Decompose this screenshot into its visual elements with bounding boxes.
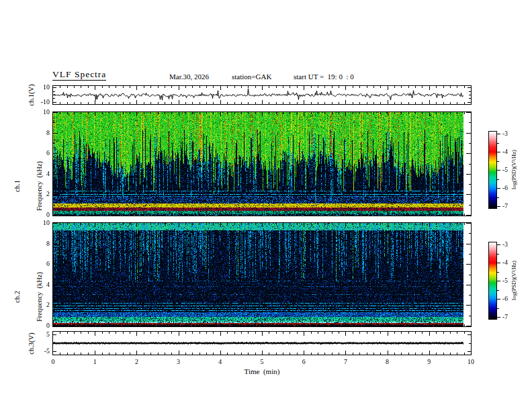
x-minor-tick xyxy=(185,332,186,334)
x-minor-tick xyxy=(353,112,353,114)
x-minor-tick xyxy=(213,86,214,88)
x-major-tick xyxy=(179,100,179,104)
y-tick xyxy=(53,143,55,144)
x-minor-tick xyxy=(185,102,186,104)
x-minor-tick xyxy=(200,214,200,216)
y-tick xyxy=(53,184,55,185)
x-minor-tick xyxy=(436,102,437,104)
vlf-spectra-screen: VLF Spectra Mar.30, 2026 station=GAK sta… xyxy=(0,0,532,411)
x-minor-tick xyxy=(165,353,165,355)
x-minor-tick xyxy=(373,332,374,334)
x-minor-tick xyxy=(324,112,325,114)
x-major-tick xyxy=(429,86,430,90)
x-minor-tick xyxy=(248,324,249,326)
x-minor-tick xyxy=(401,223,402,225)
x-minor-tick xyxy=(109,102,109,104)
y-tick xyxy=(53,98,55,99)
y-tick xyxy=(53,343,55,344)
x-minor-tick xyxy=(241,214,242,216)
x-major-tick xyxy=(388,322,388,326)
x-minor-tick xyxy=(130,112,130,114)
x-minor-tick xyxy=(422,353,423,355)
x-minor-tick xyxy=(311,332,312,334)
x-minor-tick xyxy=(359,324,360,326)
x-minor-tick xyxy=(116,214,116,216)
x-minor-tick xyxy=(450,86,451,88)
x-minor-tick xyxy=(102,223,103,225)
x-minor-tick xyxy=(206,102,207,104)
x-major-tick xyxy=(136,212,137,216)
x-minor-tick xyxy=(255,102,256,104)
x-minor-tick xyxy=(213,112,214,114)
x-minor-tick xyxy=(353,324,353,326)
y-tick xyxy=(466,215,471,216)
x-tick-label: 1 xyxy=(85,358,105,365)
x-minor-tick xyxy=(130,102,130,104)
x-minor-tick xyxy=(415,102,416,104)
x-minor-tick xyxy=(234,332,235,334)
x-minor-tick xyxy=(60,332,60,334)
x-minor-tick xyxy=(367,86,367,88)
x-minor-tick xyxy=(165,214,165,216)
x-minor-tick xyxy=(422,112,423,114)
x-minor-tick xyxy=(339,102,339,104)
x-minor-tick xyxy=(373,324,374,326)
x-minor-tick xyxy=(248,332,249,334)
colorbar-tick-label: -3 xyxy=(502,241,508,248)
x-minor-tick xyxy=(318,353,318,355)
x-minor-tick xyxy=(380,324,381,326)
x-minor-tick xyxy=(450,214,451,216)
x-minor-tick xyxy=(318,86,318,88)
x-minor-tick xyxy=(401,332,402,334)
x-minor-tick xyxy=(213,332,214,334)
ch1-waveform-canvas xyxy=(53,86,463,104)
x-minor-tick xyxy=(81,214,81,216)
x-tick-label: 7 xyxy=(335,358,355,365)
x-minor-tick xyxy=(464,223,465,225)
x-major-tick xyxy=(95,332,95,336)
x-major-tick xyxy=(95,223,95,227)
x-minor-tick xyxy=(436,324,437,326)
x-minor-tick xyxy=(213,214,214,216)
x-minor-tick xyxy=(81,86,81,88)
x-minor-tick xyxy=(88,223,89,225)
x-minor-tick xyxy=(290,112,290,114)
y-tick xyxy=(469,343,471,344)
x-minor-tick xyxy=(123,332,124,334)
x-minor-tick xyxy=(415,214,416,216)
colorbar-major-tick xyxy=(497,188,500,189)
x-minor-tick xyxy=(283,353,283,355)
x-minor-tick xyxy=(422,332,423,334)
x-minor-tick xyxy=(234,102,235,104)
x-minor-tick xyxy=(123,223,124,225)
x-minor-tick xyxy=(339,332,339,334)
y-tick xyxy=(53,133,58,134)
x-minor-tick xyxy=(60,324,60,326)
y-tick xyxy=(469,184,471,185)
x-minor-tick xyxy=(248,223,249,225)
x-minor-tick xyxy=(116,353,116,355)
y-tick xyxy=(469,95,471,95)
x-major-tick xyxy=(388,100,388,104)
x-minor-tick xyxy=(290,332,290,334)
x-minor-tick xyxy=(373,86,374,88)
x-minor-tick xyxy=(102,324,103,326)
y-tick xyxy=(53,305,58,306)
x-minor-tick xyxy=(200,223,200,225)
y-tick xyxy=(53,112,58,113)
x-minor-tick xyxy=(171,353,172,355)
x-minor-tick xyxy=(227,112,228,114)
x-minor-tick xyxy=(60,112,60,114)
y-tick xyxy=(469,98,471,99)
x-minor-tick xyxy=(324,223,325,225)
y-tick xyxy=(53,153,58,154)
x-minor-tick xyxy=(255,86,256,88)
x-major-tick xyxy=(304,86,304,90)
x-major-tick xyxy=(136,351,137,355)
plot-title: VLF Spectra xyxy=(52,69,106,81)
x-minor-tick xyxy=(359,332,360,334)
x-major-tick xyxy=(179,332,179,336)
x-minor-tick xyxy=(394,102,395,104)
x-minor-tick xyxy=(457,112,457,114)
x-minor-tick xyxy=(158,102,159,104)
